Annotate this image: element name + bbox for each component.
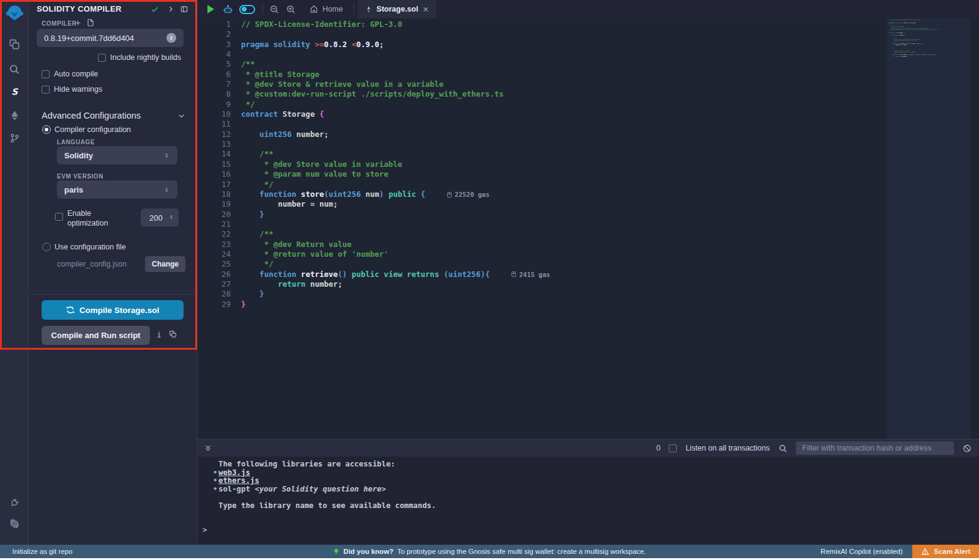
plus-icon[interactable]	[74, 19, 82, 27]
line-number: 5	[198, 59, 231, 69]
compiler-config-radio[interactable]	[42, 125, 51, 134]
code-editor[interactable]: 1// SPDX-License-Identifier: GPL-3.023pr…	[198, 18, 979, 439]
copy-icon[interactable]	[169, 330, 177, 338]
code-line[interactable]: 7 * @dev Store & retrieve value in a var…	[198, 79, 887, 89]
code-line[interactable]: 18 function store(uint256 num) public {2…	[198, 190, 887, 199]
compile-and-run-button[interactable]: Compile and Run script	[42, 326, 150, 345]
copilot-status[interactable]: RemixAI Copilot (enabled)	[821, 548, 903, 555]
terminal-library-link[interactable]: web3.js	[218, 468, 250, 477]
block-icon[interactable]	[962, 444, 972, 453]
close-tab-icon[interactable]: ✕	[422, 5, 428, 14]
auto-compile-checkbox[interactable]	[42, 70, 50, 78]
zoom-out-icon[interactable]	[269, 4, 280, 15]
refresh-icon	[66, 306, 75, 314]
chevron-down-icon[interactable]	[177, 112, 185, 120]
line-number: 20	[198, 210, 231, 219]
compiler-version-select[interactable]: 0.8.19+commit.7dd6d404	[37, 29, 184, 47]
code-line[interactable]: 16 * @param num value to store	[198, 169, 887, 179]
terminal-line: •web3.js	[198, 469, 979, 477]
nightly-builds-checkbox[interactable]	[98, 54, 106, 62]
minimap-code: // SPDX-License-Identifier: GPL-3.0 prag…	[888, 20, 968, 61]
line-number: 28	[198, 289, 231, 299]
hide-warnings-label: Hide warnings	[54, 85, 102, 94]
panel-divider	[29, 294, 198, 295]
code-line[interactable]: 25 */	[198, 259, 887, 269]
code-line[interactable]: 6 * @title Storage	[198, 70, 887, 79]
check-icon	[150, 4, 160, 14]
config-file-radio[interactable]	[42, 243, 51, 251]
code-line[interactable]: 17 */	[198, 180, 887, 190]
search-icon[interactable]	[0, 59, 29, 79]
code-line[interactable]: 14 /**	[198, 149, 887, 159]
main-area: Home Storage.sol ✕ 1// SPDX-License-Iden…	[198, 0, 979, 545]
code-line[interactable]: 12 uint256 number;	[198, 130, 887, 139]
code-line[interactable]: 9 */	[198, 100, 887, 109]
code-line[interactable]: 8 * @custom:dev-run-script ./scripts/dep…	[198, 89, 887, 99]
git-icon[interactable]	[0, 128, 29, 149]
plugin-manager-icon[interactable]	[0, 492, 29, 513]
code-line[interactable]: 22 /**	[198, 229, 887, 239]
advanced-configurations-heading[interactable]: Advanced Configurations	[42, 111, 141, 120]
compile-button[interactable]: Compile Storage.sol	[42, 300, 184, 320]
code-line[interactable]: 1// SPDX-License-Identifier: GPL-3.0	[198, 20, 887, 29]
line-number: 25	[198, 259, 231, 269]
settings-gear-icon[interactable]	[0, 513, 29, 534]
code-line[interactable]: 21	[198, 219, 887, 229]
chevron-right-icon[interactable]	[166, 4, 176, 14]
minimap[interactable]: // SPDX-License-Identifier: GPL-3.0 prag…	[887, 18, 970, 439]
terminal-prompt[interactable]: >	[198, 526, 979, 534]
solidity-file-icon	[365, 6, 372, 13]
line-number: 13	[198, 139, 231, 149]
line-number: 19	[198, 199, 231, 209]
split-view-icon[interactable]	[179, 4, 189, 14]
collapse-double-chevron-icon[interactable]	[204, 444, 212, 452]
warning-icon	[921, 548, 929, 556]
language-select[interactable]: Solidity	[57, 146, 177, 164]
code-line[interactable]: 20 }	[198, 210, 887, 219]
nightly-builds-label: Include nightly builds	[110, 53, 181, 62]
code-line[interactable]: 4	[198, 50, 887, 59]
hide-warnings-checkbox[interactable]	[42, 86, 50, 94]
code-line[interactable]: 27 return number;	[198, 279, 887, 289]
terminal-line: Type the library name to see available c…	[198, 502, 979, 510]
solidity-compiler-icon[interactable]: S	[0, 81, 29, 102]
change-config-button[interactable]: Change	[145, 256, 185, 272]
terminal-library-link[interactable]: ethers.js	[218, 476, 259, 485]
code-line[interactable]: 26 function retrieve() public view retur…	[198, 270, 887, 279]
code-line[interactable]: 19 number = num;	[198, 199, 887, 209]
home-icon	[310, 5, 318, 13]
search-icon[interactable]	[778, 444, 787, 453]
code-line[interactable]: 11	[198, 119, 887, 129]
evm-version-select[interactable]: paris	[57, 180, 177, 199]
line-number: 8	[198, 89, 231, 99]
code-line[interactable]: 29}	[198, 300, 887, 309]
line-number: 21	[198, 219, 231, 229]
runs-updown-icon[interactable]	[168, 213, 174, 221]
code-line[interactable]: 5/**	[198, 59, 887, 69]
deploy-run-icon[interactable]	[0, 105, 29, 126]
tab-storage-sol[interactable]: Storage.sol ✕	[358, 0, 436, 18]
git-init-status[interactable]: Initialize as git repo	[12, 548, 72, 555]
code-line[interactable]: 23 * @dev Return value	[198, 240, 887, 249]
open-file-icon[interactable]	[86, 18, 95, 27]
enable-optimization-checkbox[interactable]	[55, 213, 63, 221]
code-line[interactable]: 3pragma solidity >=0.8.2 <0.9.0;	[198, 40, 887, 50]
zoom-in-icon[interactable]	[286, 4, 296, 15]
terminal[interactable]: The following libraries are accessible:•…	[198, 457, 979, 545]
code-line[interactable]: 2	[198, 29, 887, 39]
code-line[interactable]: 10contract Storage {	[198, 109, 887, 119]
info-icon[interactable]: i	[157, 330, 162, 339]
tab-home[interactable]: Home	[302, 0, 350, 18]
code-line[interactable]: 24 * @return value of 'number'	[198, 249, 887, 259]
code-line[interactable]: 15 * @dev Store value in variable	[198, 160, 887, 169]
ai-copilot-robot-icon[interactable]	[223, 4, 233, 15]
file-explorer-icon[interactable]	[0, 34, 29, 54]
remix-logo[interactable]	[0, 3, 29, 24]
scam-alert-badge[interactable]: Scam Alert	[912, 545, 979, 558]
code-line[interactable]: 28 }	[198, 289, 887, 299]
play-icon[interactable]	[207, 5, 214, 13]
listen-transactions-checkbox[interactable]	[669, 444, 677, 452]
code-line[interactable]: 13	[198, 139, 887, 149]
copilot-toggle[interactable]	[239, 5, 255, 14]
transaction-filter-input[interactable]	[796, 441, 954, 455]
